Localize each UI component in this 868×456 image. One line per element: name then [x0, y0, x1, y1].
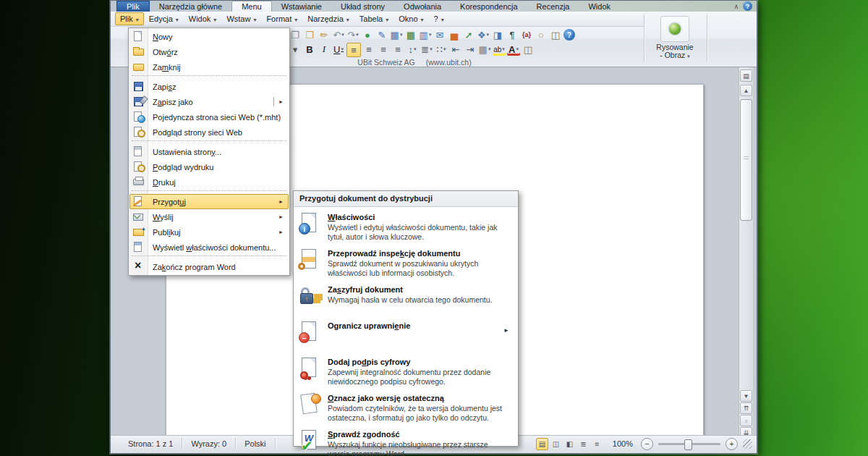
- menubar-item[interactable]: Edycja: [144, 12, 184, 25]
- menubar-item[interactable]: Wstaw: [221, 12, 261, 25]
- file-menu-item[interactable]: Zakończ program Word: [129, 259, 289, 274]
- menubar-item[interactable]: Format: [261, 12, 302, 25]
- file-menu-item[interactable]: Przygotuj: [129, 194, 289, 209]
- web-layout-view-icon[interactable]: ◧: [563, 438, 576, 450]
- file-menu-item[interactable]: Pojedyncza strona sieci Web (*.mht): [129, 109, 289, 124]
- combo-arrow-icon[interactable]: ▾: [289, 43, 302, 56]
- zoom-in-icon[interactable]: +: [726, 438, 738, 450]
- status-segment[interactable]: Wyrazy: 0: [182, 438, 236, 449]
- export-table-icon[interactable]: ➚: [462, 28, 475, 41]
- next-page-icon[interactable]: ⇊: [740, 427, 752, 435]
- prepare-submenu-item[interactable]: Dodaj podpis cyfrowy Zapewnij integralno…: [297, 356, 514, 387]
- ruler-toggle-icon[interactable]: ▤: [740, 69, 752, 82]
- ribbon-tab[interactable]: Układ strony: [331, 1, 394, 12]
- menubar-item[interactable]: Okno: [393, 12, 428, 25]
- numbering-icon[interactable]: ≣: [420, 43, 433, 56]
- ribbon-tab[interactable]: Korespondencja: [451, 1, 527, 12]
- prepare-submenu-item[interactable]: Właściwości Wyświetl i edytuj właściwośc…: [297, 211, 514, 242]
- pilcrow-icon[interactable]: ¶: [506, 28, 519, 41]
- align-left-icon[interactable]: ≡: [346, 43, 361, 57]
- print-layout-view-icon[interactable]: ▤: [536, 438, 548, 450]
- menubar-item[interactable]: Narzędzia: [302, 12, 354, 25]
- menubar-item[interactable]: ?: [429, 12, 449, 25]
- hyperlink-icon[interactable]: ●: [361, 28, 374, 41]
- mail-merge-icon[interactable]: ✉: [433, 28, 446, 41]
- prepare-submenu-item[interactable]: Ogranicz uprawnienie: [297, 320, 514, 345]
- font-color-icon[interactable]: A: [507, 43, 520, 56]
- file-menu-item[interactable]: Wyświetl właściwości dokumentu...: [129, 240, 289, 255]
- fullscreen-reading-view-icon[interactable]: ◫: [550, 438, 562, 450]
- ribbon-tab[interactable]: Narzędzia główne: [150, 1, 231, 12]
- zoom-slider[interactable]: [658, 443, 720, 445]
- bullets-icon[interactable]: ∷: [435, 43, 448, 56]
- ribbon-tab[interactable]: Wstawianie: [272, 1, 331, 12]
- excel-table-icon[interactable]: ▦: [404, 28, 417, 41]
- minimize-ribbon-icon[interactable]: ∧: [733, 3, 739, 10]
- file-menu-item[interactable]: Otwórz: [129, 44, 289, 59]
- file-menu-item[interactable]: [132, 75, 286, 78]
- scroll-down-icon[interactable]: ▼: [740, 390, 752, 402]
- resize-grip[interactable]: [743, 439, 752, 449]
- zoom-slider-thumb[interactable]: [684, 439, 692, 450]
- drawing-group-label-line2[interactable]: - Obraz: [644, 51, 705, 60]
- file-menu-item[interactable]: Zamknij: [129, 59, 289, 75]
- file-menu-item[interactable]: Wyślij: [129, 209, 289, 224]
- ribbon-tab[interactable]: Menu: [231, 1, 272, 12]
- file-menu-item[interactable]: [132, 140, 286, 143]
- borders-icon[interactable]: ▦: [478, 43, 491, 56]
- line-spacing-icon[interactable]: ↕: [406, 43, 419, 56]
- italic-icon[interactable]: I: [318, 43, 331, 56]
- file-menu-item[interactable]: Nowy: [129, 29, 289, 44]
- outdent-icon[interactable]: ⇤: [449, 43, 462, 56]
- zoom-level-label[interactable]: 100%: [613, 439, 633, 448]
- book-icon[interactable]: ◫: [522, 43, 535, 56]
- ribbon-tab[interactable]: Odwołania: [394, 1, 451, 12]
- file-menu-item[interactable]: Ustawienia strony...: [129, 144, 289, 159]
- prepare-submenu-item[interactable]: Sprawdź zgodność Wyszukaj funkcje nieobs…: [297, 428, 514, 456]
- bold-icon[interactable]: B: [303, 43, 316, 56]
- copy-icon[interactable]: ❐: [289, 28, 302, 41]
- file-menu-item[interactable]: Drukuj: [129, 174, 289, 190]
- prepare-submenu-item[interactable]: Oznacz jako wersję ostateczną Powiadom c…: [297, 392, 514, 423]
- underline-icon[interactable]: U: [332, 43, 345, 56]
- scroll-up-icon[interactable]: ▲: [740, 85, 752, 96]
- zoom-out-icon[interactable]: −: [641, 438, 653, 450]
- prepare-submenu-item[interactable]: Przeprowadź inspekcję dokumentu Sprawdź …: [297, 248, 514, 279]
- file-menu-item[interactable]: [132, 190, 286, 193]
- ribbon-tab[interactable]: Plik: [116, 1, 150, 12]
- highlight-color-icon[interactable]: ab: [493, 43, 506, 56]
- scrollbar-thumb[interactable]: [740, 99, 752, 221]
- file-menu-item[interactable]: Podgląd strony sieci Web: [129, 124, 289, 140]
- select-browse-object-icon[interactable]: ○: [740, 415, 752, 426]
- menubar-item[interactable]: Tabela: [354, 12, 393, 25]
- help-icon[interactable]: ?: [563, 29, 575, 41]
- status-segment[interactable]: Strona: 1 z 1: [119, 438, 182, 449]
- format-painter-icon[interactable]: ✏: [318, 28, 331, 41]
- justify-icon[interactable]: ≡: [391, 43, 404, 56]
- vertical-scrollbar[interactable]: ▤ ▲ ▼ ⇈ ○ ⇊: [739, 67, 753, 435]
- file-menu-item[interactable]: Zapisz: [129, 79, 289, 94]
- drawing-image-button[interactable]: [660, 16, 689, 42]
- redo-icon[interactable]: ↷: [346, 28, 359, 41]
- zoom-icon[interactable]: ○: [535, 28, 548, 41]
- status-segment[interactable]: Polski: [236, 438, 275, 449]
- outline-view-icon[interactable]: ≣: [577, 438, 590, 450]
- file-menu-item[interactable]: Zapisz jako: [129, 94, 289, 109]
- table-preview-icon[interactable]: ◨: [491, 28, 504, 41]
- draft-view-icon[interactable]: ≡: [591, 438, 603, 450]
- edit-page-icon[interactable]: ✎: [375, 28, 388, 41]
- menubar-item[interactable]: Widok: [184, 12, 222, 25]
- style-braces-icon[interactable]: {a}: [520, 28, 533, 41]
- indent-icon[interactable]: ⇥: [464, 43, 477, 56]
- columns-icon[interactable]: ▥: [419, 28, 432, 41]
- file-menu-item[interactable]: Podgląd wydruku: [129, 159, 289, 174]
- file-menu-item[interactable]: [132, 256, 286, 258]
- align-center-icon[interactable]: ≡: [362, 43, 375, 56]
- insert-table-icon[interactable]: ▦: [390, 28, 403, 41]
- paste-icon[interactable]: ❒: [303, 28, 316, 41]
- file-menu-item[interactable]: Publikuj: [129, 224, 289, 240]
- shapes-icon[interactable]: ❖: [477, 28, 490, 41]
- chart-icon[interactable]: ▅: [448, 28, 461, 41]
- align-right-icon[interactable]: ≡: [377, 43, 390, 56]
- prepare-submenu-item[interactable]: Zaszyfruj dokument Wymagaj hasła w celu …: [297, 284, 514, 308]
